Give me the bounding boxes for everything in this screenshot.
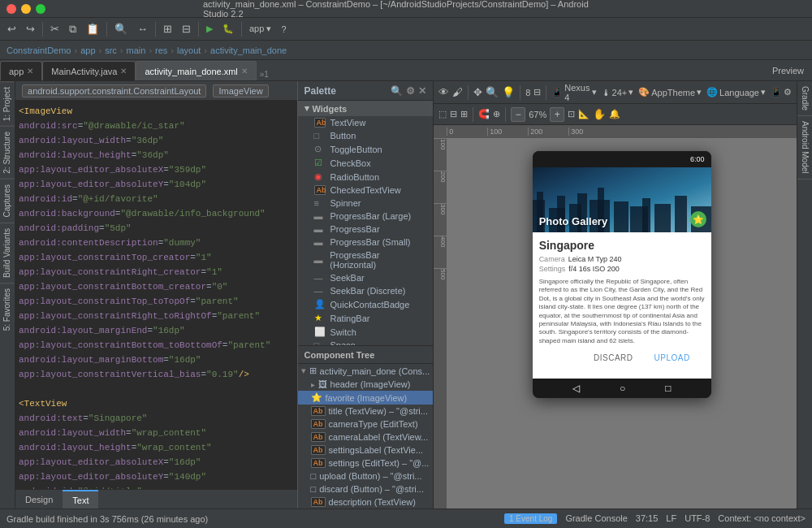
toolbar-help[interactable]: ? xyxy=(277,20,290,38)
toolbar-search[interactable]: 🔍 xyxy=(110,20,132,38)
tab-close-app[interactable]: ✕ xyxy=(27,67,33,76)
event-log-btn[interactable]: 1 Event Log xyxy=(504,513,557,524)
toolbar-debug[interactable]: 🐛 xyxy=(218,20,238,38)
tab-mainactivity[interactable]: MainActivity.java ✕ xyxy=(42,61,136,80)
tree-item-settingslabel[interactable]: Ab settingsLabel (TextVie... xyxy=(298,444,434,457)
project-tab[interactable]: 1: Project xyxy=(0,81,15,126)
palette-item-quickcontactbadge[interactable]: 👤QuickContactBadge xyxy=(298,297,434,311)
design-tab[interactable]: Design xyxy=(15,490,63,509)
toolbar-cut[interactable]: ✂ xyxy=(46,20,63,38)
image-view-tag[interactable]: ImageView xyxy=(213,84,268,97)
zoom-fit-icon[interactable]: ⊡ xyxy=(568,109,575,119)
preview-blueprint-icon[interactable]: ⊟ xyxy=(450,109,457,119)
tab-app[interactable]: app ✕ xyxy=(0,61,42,80)
minimize-button[interactable] xyxy=(21,4,31,14)
palette-item-switch[interactable]: ⬜Switch xyxy=(298,325,434,339)
build-variants-tab[interactable]: Build Variants xyxy=(0,223,15,283)
toolbar-replace[interactable]: ↔ xyxy=(133,20,152,38)
palette-item-progressbar[interactable]: ▬ProgressBar xyxy=(298,223,434,236)
favorites-tab[interactable]: 5: Favorites xyxy=(0,283,15,335)
editor-content[interactable]: <ImageView android:src="@drawable/ic_sta… xyxy=(15,101,297,489)
constraint-layout-tag[interactable]: android.support.constraint.ConstraintLay… xyxy=(22,84,206,97)
palette-item-ratingbar[interactable]: ★RatingBar xyxy=(298,311,434,325)
zoom-device-icon[interactable]: 📐 xyxy=(578,109,590,119)
tree-item-favorite[interactable]: ⭐ favorite (ImageView) xyxy=(298,391,434,405)
toolbar-paste[interactable]: 📋 xyxy=(82,20,103,38)
preview-design-icon[interactable]: ⬚ xyxy=(438,109,447,119)
home-icon[interactable]: ○ xyxy=(620,383,625,394)
palette-item-button[interactable]: □Button xyxy=(298,129,434,142)
toolbar-copy[interactable]: ⧉ xyxy=(65,20,80,38)
toolbar-hierarchy[interactable]: ⊟ xyxy=(178,20,195,38)
breadcrumb-layout[interactable]: layout xyxy=(177,45,201,55)
preview-eye-icon[interactable]: 👁 xyxy=(438,86,449,98)
preview-zoom-icon[interactable]: 🔍 xyxy=(486,86,499,98)
captures-tab[interactable]: Captures xyxy=(0,179,15,223)
palette-item-space[interactable]: □Space xyxy=(298,339,434,345)
palette-item-togglebutton[interactable]: ⊙ToggleButton xyxy=(298,142,434,156)
upload-button[interactable]: UPLOAD xyxy=(646,350,698,366)
tree-item-discard[interactable]: □ discard (Button) – "@stri... xyxy=(298,483,434,496)
toolbar-redo[interactable]: ↪ xyxy=(22,20,39,38)
theme-label[interactable]: AppTheme xyxy=(651,88,695,97)
preview-bulb-icon[interactable]: 💡 xyxy=(502,86,515,98)
back-icon[interactable]: ◁ xyxy=(572,383,580,394)
palette-item-checkedtextview[interactable]: AbCheckedTextView xyxy=(298,184,434,197)
tab-activity-main[interactable]: activity_main_done.xml ✕ xyxy=(136,61,256,80)
breadcrumb-res[interactable]: res xyxy=(155,45,167,55)
zoom-out-button[interactable]: − xyxy=(511,107,525,122)
tree-item-upload[interactable]: □ upload (Button) – "@stri... xyxy=(298,470,434,483)
palette-item-radiobutton[interactable]: ◉RadioButton xyxy=(298,170,434,184)
palette-settings-icon[interactable]: ⚙ xyxy=(406,85,415,97)
palette-item-spinner[interactable]: ≡Spinner xyxy=(298,197,434,210)
toolbar-device[interactable]: app ▾ xyxy=(245,20,275,38)
discard-button[interactable]: DISCARD xyxy=(585,350,641,366)
device-label[interactable]: Nexus 4 xyxy=(564,83,590,102)
close-button[interactable] xyxy=(6,4,16,14)
breadcrumb-src[interactable]: src xyxy=(105,45,117,55)
preview-both-icon[interactable]: ⊞ xyxy=(460,109,468,119)
structure-tab[interactable]: 2: Structure xyxy=(0,126,15,179)
zoom-in-button[interactable]: + xyxy=(550,107,564,122)
tab-close-activity-main[interactable]: ✕ xyxy=(241,67,248,76)
device-icon[interactable]: 📱 xyxy=(551,87,563,97)
breadcrumb-file[interactable]: activity_main_done xyxy=(210,45,287,55)
text-tab[interactable]: Text xyxy=(63,490,98,509)
tree-item-title[interactable]: Ab title (TextView) – "@stri... xyxy=(298,405,434,418)
preview-button[interactable]: Preview xyxy=(764,61,812,80)
recents-icon[interactable]: □ xyxy=(665,383,671,394)
palette-item-progressbar-small[interactable]: ▬ProgressBar (Small) xyxy=(298,236,434,249)
gradle-tab[interactable]: Gradle xyxy=(797,81,812,116)
palette-item-progressbar-large[interactable]: ▬ProgressBar (Large) xyxy=(298,210,434,223)
palette-widgets-header[interactable]: ▾ Widgets xyxy=(298,101,434,116)
preview-move-icon[interactable]: ✥ xyxy=(473,86,482,98)
toolbar-undo[interactable]: ↩ xyxy=(3,20,20,38)
palette-item-checkbox[interactable]: ☑CheckBox xyxy=(298,156,434,170)
preview-constraint2-icon[interactable]: ⊕ xyxy=(493,109,500,119)
preview-constraint-icon[interactable]: ⊟ xyxy=(533,87,541,97)
tab-close-mainactivity[interactable]: ✕ xyxy=(120,67,127,76)
toolbar-run[interactable]: ▶ xyxy=(202,20,217,38)
preview-bell-icon[interactable]: 🔔 xyxy=(609,109,620,119)
preview-brush-icon[interactable]: 🖌 xyxy=(452,86,463,98)
tree-item-root[interactable]: ▾ ⊞ activity_main_done (Cons... xyxy=(298,364,434,378)
maximize-button[interactable] xyxy=(36,4,45,14)
palette-item-seekbar-discrete[interactable]: —SeekBar (Discrete) xyxy=(298,284,434,297)
tree-item-settings[interactable]: Ab settings (EditText) – "@... xyxy=(298,457,434,470)
breadcrumb-main[interactable]: main xyxy=(127,45,146,55)
toolbar-structure[interactable]: ⊞ xyxy=(159,20,176,38)
palette-item-textview[interactable]: AbTextView xyxy=(298,116,434,129)
tree-item-cameratype[interactable]: Ab cameraType (EditText) xyxy=(298,418,434,431)
api-label[interactable]: 24+ xyxy=(612,88,628,97)
tree-item-description[interactable]: Ab description (TextView) xyxy=(298,496,434,509)
language-label[interactable]: Language xyxy=(719,88,759,97)
android-model-tab[interactable]: Android Model xyxy=(797,116,812,179)
tab-overflow[interactable]: »1 xyxy=(260,70,269,80)
palette-close-icon[interactable]: ✕ xyxy=(418,85,426,97)
palette-search-icon[interactable]: 🔍 xyxy=(391,85,403,97)
preview-magnet-icon[interactable]: 🧲 xyxy=(478,109,490,119)
gradle-console-btn[interactable]: Gradle Console xyxy=(565,513,627,524)
tree-item-header[interactable]: ▸ 🖼 header (ImageView) xyxy=(298,378,434,391)
palette-item-seekbar[interactable]: —SeekBar xyxy=(298,271,434,284)
palette-item-progressbar-horizontal[interactable]: ▬ProgressBar (Horizontal) xyxy=(298,249,434,271)
